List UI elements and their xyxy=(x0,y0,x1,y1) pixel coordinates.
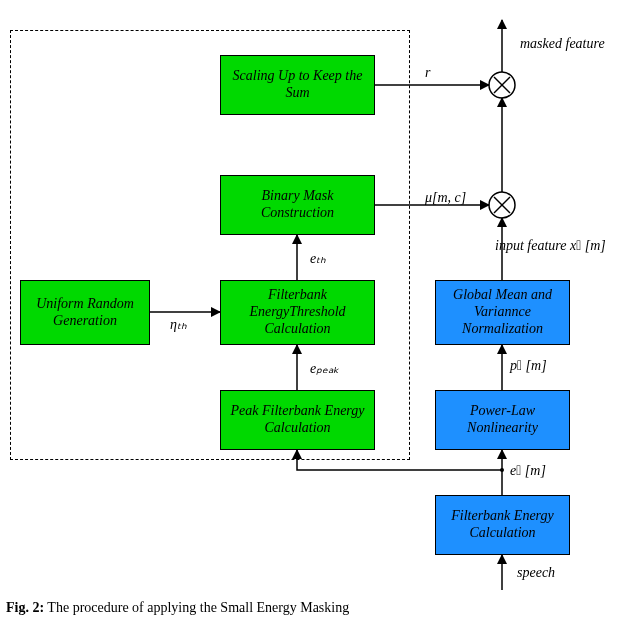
label-e-m: e⃗ [m] xyxy=(510,463,546,479)
caption-prefix: Fig. 2: xyxy=(6,600,44,615)
svg-line-1 xyxy=(494,77,510,93)
box-binary-mask: Binary Mask Construction xyxy=(220,175,375,235)
label-mu-mc: μ[m, c] xyxy=(425,190,466,206)
svg-line-2 xyxy=(494,77,510,93)
svg-line-5 xyxy=(494,197,510,213)
box-peak-filterbank: Peak Filterbank Energy Calculation xyxy=(220,390,375,450)
svg-line-4 xyxy=(494,197,510,213)
label-r: r xyxy=(425,65,430,81)
label-e-peak: eₚₑₐₖ xyxy=(310,360,339,377)
label-speech: speech xyxy=(517,565,555,581)
label-eta-th: ηₜₕ xyxy=(170,316,187,333)
label-e-th: eₜₕ xyxy=(310,250,326,267)
multiply-node-top xyxy=(489,72,515,98)
box-energy-threshold: Filterbank EnergyThreshold Calculation xyxy=(220,280,375,345)
label-input-feature: input feature x⃗ [m] xyxy=(495,238,606,254)
box-filterbank-energy: Filterbank Energy Calculation xyxy=(435,495,570,555)
svg-point-3 xyxy=(489,192,515,218)
box-uniform-random: Uniform Random Generation xyxy=(20,280,150,345)
svg-point-17 xyxy=(500,468,504,472)
box-global-mean: Global Mean and Variannce Normalization xyxy=(435,280,570,345)
multiply-node-bottom xyxy=(489,192,515,218)
label-p-m: p⃗ [m] xyxy=(510,358,547,374)
caption-text: The procedure of applying the Small Ener… xyxy=(47,600,349,615)
figure-caption: Fig. 2: The procedure of applying the Sm… xyxy=(6,600,349,616)
label-masked-feature: masked feature xyxy=(520,36,605,52)
box-scaling-up: Scaling Up to Keep the Sum xyxy=(220,55,375,115)
box-power-law: Power-Law Nonlinearity xyxy=(435,390,570,450)
svg-point-0 xyxy=(489,72,515,98)
